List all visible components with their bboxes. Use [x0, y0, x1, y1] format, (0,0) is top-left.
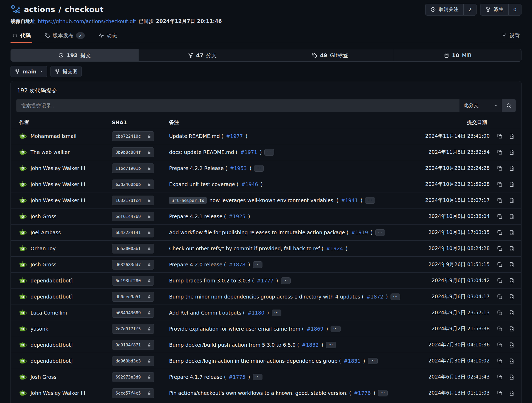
commit-author-cell[interactable]: b Mohammad Ismail: [19, 132, 112, 140]
commit-sha-link[interactable]: 9a9194f871: [112, 340, 154, 350]
commit-author-cell[interactable]: b dependabot[bot]: [19, 293, 112, 301]
commit-sha-link[interactable]: cbb722410c: [112, 131, 154, 141]
expand-commit-button[interactable]: ···: [331, 326, 340, 332]
commit-sha-link[interactable]: 6ccd57f4c5: [112, 388, 154, 398]
tab-releases[interactable]: 版本发布 2: [43, 29, 86, 43]
copy-sha-icon[interactable]: [497, 166, 503, 171]
copy-sha-icon[interactable]: [497, 358, 503, 364]
commit-message-link[interactable]: Update README.md (: [169, 133, 223, 139]
commit-message-link[interactable]: Bump braces from 3.0.2 to 3.0.3 (: [169, 278, 254, 283]
stat-size[interactable]: 10 MiB: [394, 49, 521, 61]
commit-author-cell[interactable]: b John Wesley Walker III: [19, 197, 112, 204]
copy-sha-icon[interactable]: [497, 262, 503, 267]
view-source-icon[interactable]: [509, 342, 514, 348]
commit-sha-link[interactable]: de5a000abf: [112, 244, 154, 253]
commit-message-link[interactable]: Provide explanation for where user email…: [169, 326, 304, 332]
commit-message-link[interactable]: Prepare 4.2.2 Release (: [169, 165, 227, 171]
commit-author-cell[interactable]: b Joel Ambass: [19, 229, 112, 236]
commit-author-cell[interactable]: b Josh Gross: [19, 213, 112, 220]
commit-message-link[interactable]: Bump docker/build-push-action from 5.3.0…: [169, 342, 299, 348]
commit-author-cell[interactable]: b John Wesley Walker III: [19, 165, 112, 172]
commit-sha-link[interactable]: e3d2460bbb: [112, 180, 154, 189]
commit-message-link[interactable]: Prepare 4.2.0 release (: [169, 262, 226, 267]
copy-sha-icon[interactable]: [497, 150, 503, 155]
issue-link[interactable]: #1924: [326, 246, 343, 251]
view-source-icon[interactable]: [509, 358, 514, 364]
commit-message-link[interactable]: Bump docker/login-action in the minor-ac…: [169, 358, 341, 364]
tab-settings[interactable]: 设置: [500, 29, 521, 43]
expand-commit-button[interactable]: ···: [253, 374, 262, 380]
issue-link[interactable]: #1831: [344, 358, 361, 364]
branch-filter-select[interactable]: 此分支: [459, 99, 502, 112]
tab-activity[interactable]: 动态: [97, 29, 119, 43]
copy-sha-icon[interactable]: [497, 198, 503, 203]
issue-link[interactable]: #1977: [226, 133, 243, 139]
expand-commit-button[interactable]: ···: [391, 293, 400, 300]
commit-message-link[interactable]: Pin actions/checkout's own workflows to …: [169, 390, 351, 396]
commit-author-cell[interactable]: b John Wesley Walker III: [19, 181, 112, 188]
issue-link[interactable]: #1919: [351, 230, 368, 235]
commit-graph-button[interactable]: 提交图: [50, 66, 82, 77]
issue-link[interactable]: #1925: [229, 213, 245, 219]
commit-author-cell[interactable]: b yasonk: [19, 325, 112, 333]
copy-sha-icon[interactable]: [497, 374, 503, 380]
issue-link[interactable]: #1869: [307, 326, 323, 332]
expand-commit-button[interactable]: ···: [254, 165, 264, 172]
commit-author-cell[interactable]: b Josh Gross: [19, 261, 112, 268]
commit-author-cell[interactable]: b Josh Gross: [19, 373, 112, 381]
commit-search-button[interactable]: [502, 99, 516, 112]
commit-message-link[interactable]: Add workflow file for publishing release…: [169, 230, 348, 235]
copy-sha-icon[interactable]: [497, 310, 503, 316]
commit-search-input[interactable]: [16, 99, 459, 112]
copy-sha-icon[interactable]: [497, 182, 503, 187]
issue-link[interactable]: #1878: [229, 262, 245, 267]
mirror-url-link[interactable]: https://github.com/actions/checkout.git: [38, 18, 136, 24]
unwatch-button[interactable]: 取消关注 2: [425, 4, 477, 16]
copy-sha-icon[interactable]: [497, 342, 503, 348]
copy-sha-icon[interactable]: [497, 230, 503, 235]
copy-sha-icon[interactable]: [497, 246, 503, 251]
copy-sha-icon[interactable]: [497, 390, 503, 396]
commit-author-cell[interactable]: b John Wesley Walker III: [19, 389, 112, 397]
expand-commit-button[interactable]: ···: [281, 277, 291, 284]
view-source-icon[interactable]: [509, 182, 514, 187]
expand-commit-button[interactable]: ···: [326, 342, 336, 348]
commit-sha-link[interactable]: 163217dfcd: [112, 196, 154, 205]
commit-sha-link[interactable]: b684943689: [112, 308, 154, 318]
watchers-count[interactable]: 2: [463, 4, 476, 15]
view-source-icon[interactable]: [509, 278, 514, 283]
expand-commit-button[interactable]: ···: [253, 261, 262, 268]
commit-sha-link[interactable]: 3b9b8c884f: [112, 147, 154, 157]
view-source-icon[interactable]: [509, 166, 514, 171]
commit-message-link[interactable]: Expand unit test coverage (: [169, 181, 239, 187]
expand-commit-button[interactable]: ···: [272, 310, 281, 316]
commit-sha-link[interactable]: 692973e3d9: [112, 372, 154, 382]
commit-sha-link[interactable]: 6b42224f41: [112, 228, 154, 237]
commit-message-link[interactable]: Check out other refs/* by commit if prov…: [169, 246, 323, 251]
view-source-icon[interactable]: [509, 294, 514, 300]
copy-sha-icon[interactable]: [497, 278, 503, 283]
expand-commit-button[interactable]: ···: [368, 358, 377, 364]
view-source-icon[interactable]: [509, 133, 514, 139]
issue-link[interactable]: #1941: [341, 197, 358, 203]
copy-sha-icon[interactable]: [497, 294, 503, 300]
repo-owner-link[interactable]: actions: [24, 5, 55, 14]
issue-link[interactable]: #1775: [229, 374, 245, 380]
view-source-icon[interactable]: [509, 390, 514, 396]
view-source-icon[interactable]: [509, 374, 514, 380]
view-source-icon[interactable]: [509, 198, 514, 203]
issue-link[interactable]: #1832: [302, 342, 319, 348]
commit-sha-link[interactable]: dd960bd3c3: [112, 356, 154, 366]
expand-commit-button[interactable]: ···: [378, 390, 388, 396]
commit-sha-link[interactable]: eef61447b9: [112, 212, 154, 221]
commit-author-cell[interactable]: b Orhan Toy: [19, 245, 112, 252]
commit-author-cell[interactable]: b dependabot[bot]: [19, 277, 112, 285]
commit-author-cell[interactable]: b dependabot[bot]: [19, 357, 112, 365]
view-source-icon[interactable]: [509, 326, 514, 332]
commit-message-link[interactable]: Add Ref and Commit outputs (: [169, 310, 245, 316]
view-source-icon[interactable]: [509, 310, 514, 316]
view-source-icon[interactable]: [509, 262, 514, 267]
commit-sha-link[interactable]: 11bd71901b: [112, 163, 154, 173]
commit-sha-link[interactable]: db0cee9a51: [112, 292, 154, 302]
view-source-icon[interactable]: [509, 230, 514, 235]
